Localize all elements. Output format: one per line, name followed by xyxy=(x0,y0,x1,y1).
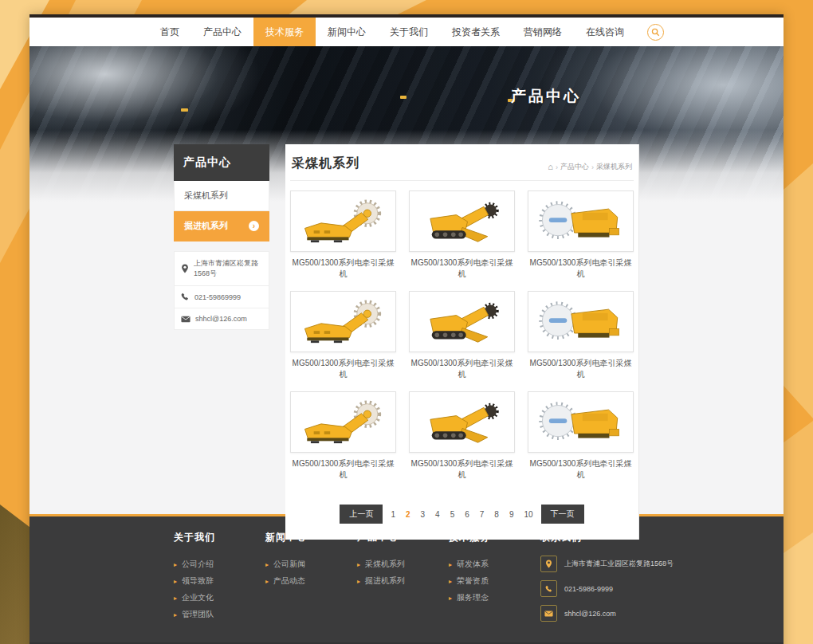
sidebar-phone-row: 021-59869999 xyxy=(175,286,269,308)
footer-link[interactable]: 研发体系 xyxy=(449,556,540,572)
sidebar-category-item[interactable]: 采煤机系列 › xyxy=(174,181,269,211)
next-page-button[interactable]: 下一页 xyxy=(541,505,584,524)
product-item: MG500/1300系列电牵引采煤机 xyxy=(528,391,634,481)
product-name-link[interactable]: MG500/1300系列电牵引采煤机 xyxy=(528,458,634,481)
footer-column: 关于我们 公司介绍领导致辞企业文化管理团队 xyxy=(174,531,265,630)
location-pin-icon xyxy=(540,556,557,572)
page-number[interactable]: 5 xyxy=(448,509,458,520)
breadcrumb-separator: › xyxy=(556,163,558,171)
product-item: MG500/1300系列电牵引采煤机 xyxy=(409,391,515,481)
footer-link[interactable]: 掘进机系列 xyxy=(357,572,449,589)
product-name-link[interactable]: MG500/1300系列电牵引采煤机 xyxy=(409,458,515,481)
chevron-right-icon: › xyxy=(249,221,259,231)
nav-menu-item[interactable]: 产品中心 xyxy=(191,18,253,46)
footer-link[interactable]: 产品动态 xyxy=(265,572,357,589)
page-number[interactable]: 8 xyxy=(492,509,501,520)
sidebar-address-text: 上海市青浦区崧复路1568号 xyxy=(194,258,262,279)
product-name-link[interactable]: MG500/1300系列电牵引采煤机 xyxy=(290,358,396,380)
breadcrumb-separator: › xyxy=(591,163,594,171)
product-item: MG500/1300系列电牵引采煤机 xyxy=(290,291,396,380)
product-image[interactable] xyxy=(528,391,634,453)
page-number[interactable]: 1 xyxy=(388,509,398,520)
product-image[interactable] xyxy=(528,291,634,352)
home-icon[interactable]: ⌂ xyxy=(548,163,553,171)
product-image[interactable] xyxy=(409,391,515,453)
sidebar-item-label: 采煤机系列 xyxy=(184,190,228,202)
footer-contact-column: 联系我们 上海市青浦工业园区崧复路1568号 021-5986-9999 shh… xyxy=(540,531,676,630)
nav-menu-item[interactable]: 营销网络 xyxy=(512,18,574,46)
location-pin-icon xyxy=(181,264,189,273)
product-name-link[interactable]: MG500/1300系列电牵引采煤机 xyxy=(409,358,515,380)
main-navigation: 首页 产品中心 技术服务 新闻中心 关于我们 投资者关系 营销网络 在线咨询 xyxy=(29,18,784,46)
roadheader-illustration xyxy=(418,197,507,246)
phone-icon xyxy=(181,293,190,301)
disk-cutter-machine-illustration xyxy=(536,197,626,246)
product-item: MG500/1300系列电牵引采煤机 xyxy=(290,190,396,280)
nav-menu-item[interactable]: 投资者关系 xyxy=(440,18,512,46)
page-number[interactable]: 9 xyxy=(507,509,516,520)
pagination: 上一页 1 2 3 4 5 6 xyxy=(290,505,634,524)
footer-link[interactable]: 领导致辞 xyxy=(174,572,265,589)
product-name-link[interactable]: MG500/1300系列电牵引采煤机 xyxy=(528,257,634,280)
sidebar-category-item[interactable]: 掘进机系列 › xyxy=(174,211,269,242)
coal-shearer-illustration xyxy=(299,197,388,246)
footer-link[interactable]: 公司介绍 xyxy=(174,556,265,572)
product-image[interactable] xyxy=(290,391,396,453)
sidebar: 产品中心 采煤机系列 › 掘进机系列 › xyxy=(174,144,269,540)
footer-link[interactable]: 服务理念 xyxy=(449,589,540,606)
footer-link[interactable]: 企业文化 xyxy=(174,589,265,606)
product-name-link[interactable]: MG500/1300系列电牵引采煤机 xyxy=(290,458,396,481)
roadheader-illustration xyxy=(418,297,507,347)
page-number[interactable]: 2 xyxy=(403,509,413,520)
page-number[interactable]: 6 xyxy=(462,509,472,520)
nav-menu-item[interactable]: 关于我们 xyxy=(378,18,440,46)
sidebar-phone-text: 021-59869999 xyxy=(194,293,241,301)
disk-cutter-machine-illustration xyxy=(536,398,626,447)
search-icon xyxy=(651,28,660,37)
product-image[interactable] xyxy=(290,190,396,252)
breadcrumb-current: 采煤机系列 xyxy=(596,162,632,172)
breadcrumb-item[interactable]: 产品中心 xyxy=(560,162,589,172)
sidebar-email-row: shhcl@126.com xyxy=(175,308,269,329)
product-image[interactable] xyxy=(409,291,515,352)
roadheader-illustration xyxy=(418,398,507,447)
footer-column: 新闻中心 公司新闻产品动态 xyxy=(265,531,357,630)
footer-link[interactable]: 荣誉资质 xyxy=(449,572,540,589)
nav-menu-item[interactable]: 新闻中心 xyxy=(316,18,378,46)
search-button[interactable] xyxy=(647,24,664,41)
product-image[interactable] xyxy=(409,190,515,252)
footer-email-row: shhcl@126.com xyxy=(540,605,676,622)
nav-menu-item[interactable]: 首页 xyxy=(148,18,191,46)
footer-address-text: 上海市青浦工业园区崧复路1568号 xyxy=(564,559,674,569)
product-name-link[interactable]: MG500/1300系列电牵引采煤机 xyxy=(528,358,634,380)
content-section: 产品中心 采煤机系列 › 掘进机系列 › xyxy=(29,202,784,514)
nav-search-wrap xyxy=(636,18,672,46)
footer-link[interactable]: 采煤机系列 xyxy=(357,556,449,572)
breadcrumb: ⌂ › 产品中心 › 采煤机系列 xyxy=(548,162,632,172)
product-list-panel: 采煤机系列 ⌂ › 产品中心 › 采煤机系列 xyxy=(285,144,639,540)
footer-column: 技术服务 研发体系荣誉资质服务理念 xyxy=(449,531,540,630)
product-image[interactable] xyxy=(290,291,396,352)
nav-menu-item[interactable]: 技术服务 xyxy=(253,18,316,46)
page-number[interactable]: 3 xyxy=(418,509,428,520)
footer-link[interactable]: 管理团队 xyxy=(174,606,265,622)
bg-decoration-stripe xyxy=(287,0,446,16)
coal-shearer-illustration xyxy=(299,297,388,347)
panel-header: 采煤机系列 ⌂ › 产品中心 › 采煤机系列 xyxy=(290,144,634,181)
product-item: MG500/1300系列电牵引采煤机 xyxy=(409,291,515,380)
footer-email-text: shhcl@126.com xyxy=(564,610,616,618)
sidebar-title: 产品中心 xyxy=(174,144,269,181)
prev-page-button[interactable]: 上一页 xyxy=(340,505,383,524)
page-number[interactable]: 7 xyxy=(477,509,487,520)
nav-menu-item[interactable]: 在线咨询 xyxy=(574,18,636,46)
section-title: 采煤机系列 xyxy=(292,155,359,172)
product-image[interactable] xyxy=(528,190,634,252)
footer-address-row: 上海市青浦工业园区崧复路1568号 xyxy=(540,556,676,572)
page-number[interactable]: 10 xyxy=(521,509,535,520)
footer-link[interactable]: 公司新闻 xyxy=(265,556,357,572)
page-number[interactable]: 4 xyxy=(433,509,442,520)
product-name-link[interactable]: MG500/1300系列电牵引采煤机 xyxy=(409,257,515,280)
product-grid: MG500/1300系列电牵引采煤机 xyxy=(290,181,634,492)
product-name-link[interactable]: MG500/1300系列电牵引采煤机 xyxy=(290,257,396,280)
page-title: 产品中心 xyxy=(308,86,784,107)
